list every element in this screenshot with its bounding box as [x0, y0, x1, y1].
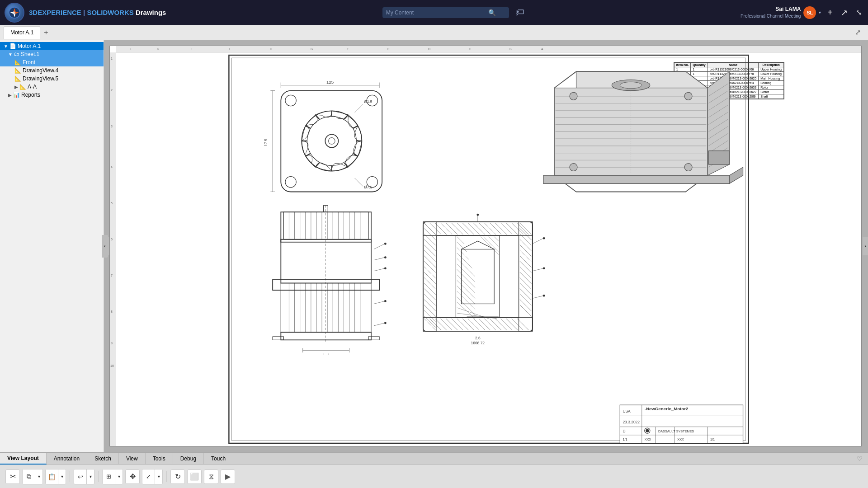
sidebar-collapse-toggle[interactable]: ‹ — [102, 235, 108, 258]
svg-line-33 — [355, 104, 363, 113]
window-expand-icon[interactable]: ⤢ — [851, 28, 864, 37]
favorite-button[interactable]: ♡ — [851, 453, 868, 465]
svg-line-102 — [424, 245, 435, 256]
tree-item-motor-a1[interactable]: ▼ 📄 Motor A.1 — [0, 42, 104, 50]
svg-line-183 — [457, 308, 489, 319]
snap-tool[interactable]: ⊞ — [103, 469, 115, 484]
svg-point-5 — [14, 12, 15, 14]
frame-tool[interactable]: ⬜ — [187, 469, 202, 484]
tree-item-drawingview4[interactable]: 📐 DrawingView.4 — [0, 66, 104, 75]
user-info[interactable]: Sai LAMA Professional Channel Meeting SL… — [741, 6, 821, 19]
add-button[interactable]: + — [826, 5, 835, 19]
brand-label: 3DEXPERIENCE — [29, 9, 81, 16]
paste-tool[interactable]: 📋 — [46, 469, 58, 484]
tag-icon[interactable]: 🏷 — [515, 7, 524, 18]
svg-line-154 — [446, 223, 458, 234]
tree-label-sheet: Sheet.1 — [21, 51, 39, 57]
user-name: Sai LAMA Professional Channel Meeting — [741, 6, 801, 19]
snap-dropdown[interactable]: ▾ — [115, 469, 123, 484]
svg-text:23.3.2022: 23.3.2022 — [623, 420, 640, 424]
tree-item-reports[interactable]: ▶ 📊 Reports — [0, 91, 104, 99]
scissors-tool[interactable]: ✂ — [5, 469, 20, 484]
tree-expand-sheet[interactable]: ▼ — [8, 52, 13, 57]
tab-tools[interactable]: Tools — [146, 453, 173, 464]
svg-line-178 — [457, 280, 475, 298]
svg-line-99 — [424, 229, 435, 240]
tree-item-sheet1[interactable]: ▼ 🗂 Sheet.1 — [0, 50, 104, 58]
tree-expand-motor[interactable]: ▼ — [4, 44, 8, 49]
tree-item-aa[interactable]: ▶ 📐 A-A — [0, 83, 104, 91]
scale-tool-group: ⤢ ▾ — [142, 469, 163, 484]
svg-line-104 — [424, 256, 435, 267]
compass-button[interactable] — [5, 3, 24, 23]
animate-tool[interactable]: ▶ — [221, 469, 235, 484]
tab-annotation[interactable]: Annotation — [47, 453, 87, 464]
bottom-tabs-bar: View Layout Annotation Sketch View Tools… — [0, 453, 868, 465]
toolbar-tool-row: ✂ ⧉ ▾ 📋 ▾ ↩ ▾ ⊞ ▾ ✥ ⤢ ▾ — [0, 465, 868, 488]
right-panel-toggle-right[interactable]: › — [863, 237, 868, 255]
svg-line-157 — [462, 223, 474, 234]
svg-point-195 — [543, 295, 545, 297]
svg-line-128 — [520, 289, 531, 300]
tab-view-layout[interactable]: View Layout — [0, 453, 47, 465]
user-menu-chevron[interactable]: ▾ — [819, 10, 821, 15]
svg-rect-59 — [273, 279, 379, 290]
tab-sketch[interactable]: Sketch — [87, 453, 119, 464]
tab-bar: Motor A.1 + ⤢ — [0, 25, 868, 40]
svg-point-88 — [384, 322, 387, 324]
tab-label-motor: Motor A.1 — [10, 29, 33, 36]
add-tab-button[interactable]: + — [40, 27, 52, 38]
search-input[interactable] — [386, 9, 486, 16]
tab-touch[interactable]: Touch — [204, 453, 233, 464]
undo-dropdown[interactable]: ▾ — [87, 469, 94, 484]
share-button[interactable]: ↗ — [839, 6, 849, 19]
svg-line-162 — [490, 223, 501, 234]
svg-line-124 — [520, 267, 531, 278]
paste-dropdown[interactable]: ▾ — [58, 469, 66, 484]
scale-tool[interactable]: ⤢ — [142, 469, 155, 484]
tree-icon-dv4: 📐 — [14, 67, 21, 74]
scale-dropdown[interactable]: ▾ — [155, 469, 162, 484]
tree-label-aa: A-A — [28, 84, 37, 90]
expand-button[interactable]: ⤡ — [854, 6, 863, 19]
svg-line-140 — [468, 319, 479, 330]
svg-line-186 — [481, 237, 499, 255]
search-icon[interactable]: 🔍 — [488, 9, 496, 16]
mirror-tool[interactable]: ⧖ — [204, 469, 218, 484]
copy-dropdown[interactable]: ▾ — [35, 469, 42, 484]
sidebar: ▼ 📄 Motor A.1 ▼ 🗂 Sheet.1 📐 Front 📐 Draw… — [0, 40, 104, 452]
move-tool[interactable]: ✥ — [125, 469, 140, 484]
tree-expand-aa[interactable]: ▶ — [14, 84, 18, 89]
svg-line-81 — [374, 258, 385, 260]
svg-line-188 — [489, 237, 499, 247]
rotate-tool[interactable]: ↻ — [170, 469, 185, 484]
tree-item-drawingview5[interactable]: 📐 DrawingView.5 — [0, 75, 104, 83]
svg-line-156 — [457, 223, 468, 234]
svg-line-121 — [520, 250, 531, 262]
tree-expand-reports[interactable]: ▶ — [8, 93, 12, 98]
svg-rect-77 — [368, 337, 379, 340]
copy-tool[interactable]: ⧉ — [23, 469, 35, 484]
tree-item-front[interactable]: 📐 Front — [0, 58, 104, 66]
tab-debug[interactable]: Debug — [173, 453, 204, 464]
tab-view[interactable]: View — [119, 453, 146, 464]
svg-point-225 — [684, 92, 692, 100]
bottom-toolbar: View Layout Annotation Sketch View Tools… — [0, 452, 868, 488]
product-label: SOLIDWORKS — [87, 9, 133, 16]
svg-line-117 — [520, 229, 531, 240]
drawing-area: L K J I H G F E D C B A 1 2 3 4 5 6 — [104, 40, 868, 452]
svg-rect-58 — [281, 239, 371, 283]
ruler-horizontal: L K J I H G F E D C B A — [116, 46, 861, 52]
tree-icon-front: 📐 — [14, 59, 21, 66]
tab-motor-a1[interactable]: Motor A.1 — [4, 26, 40, 39]
svg-rect-12 — [281, 91, 382, 192]
svg-line-111 — [424, 294, 435, 305]
svg-line-87 — [374, 323, 385, 326]
undo-tool[interactable]: ↩ — [74, 469, 87, 484]
svg-rect-76 — [273, 337, 283, 340]
svg-text:Ø7.5: Ø7.5 — [364, 185, 373, 189]
svg-line-179 — [457, 286, 475, 304]
svg-line-189 — [494, 237, 499, 241]
svg-text:←→: ←→ — [322, 352, 330, 356]
svg-line-153 — [441, 223, 452, 234]
